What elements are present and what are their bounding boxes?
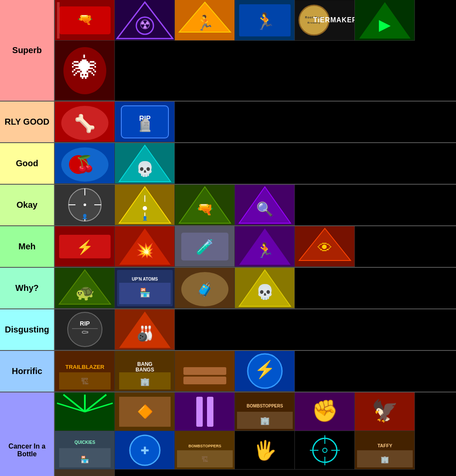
tier-item[interactable]: 🔍 xyxy=(235,185,295,225)
tier-row-good: Good 🍒 💀 xyxy=(0,143,456,185)
tier-label-horrific: Horrific xyxy=(0,351,55,392)
svg-text:💀: 💀 xyxy=(136,160,154,178)
svg-text:🏗: 🏗 xyxy=(201,456,208,463)
tier-item[interactable]: 🔶 xyxy=(115,392,175,431)
tier-item[interactable] xyxy=(55,392,115,431)
svg-text:✚: ✚ xyxy=(141,445,149,456)
svg-text:👤: 👤 xyxy=(142,216,148,221)
tier-items-why: 🐢 UP'N ATOMS 🏪 🧳 xyxy=(55,268,456,308)
svg-text:🏃: 🏃 xyxy=(255,12,276,31)
tier-item[interactable]: 🏃 xyxy=(175,0,235,41)
svg-text:☢: ☢ xyxy=(139,18,151,32)
tier-item[interactable]: 🏃 xyxy=(235,0,295,41)
svg-text:BOMBSTOPPERS: BOMBSTOPPERS xyxy=(189,444,221,448)
svg-text:🧪: 🧪 xyxy=(196,238,214,256)
tier-item[interactable]: ☢ xyxy=(115,0,175,41)
tier-item[interactable] xyxy=(175,392,235,431)
tier-items-horrific: TRAILBLAZER 🏗 BANG BANGS 🏢 xyxy=(55,351,456,392)
tier-item[interactable]: 💀 xyxy=(115,143,175,184)
svg-text:🦅: 🦅 xyxy=(372,398,399,424)
tier-item[interactable] xyxy=(295,431,355,470)
tier-item[interactable]: 🏗 xyxy=(55,470,115,476)
tier-item[interactable]: ⚡ xyxy=(235,351,295,392)
svg-text:🏪: 🏪 xyxy=(81,455,89,464)
svg-point-41 xyxy=(84,204,86,206)
tier-item[interactable]: BOMBSTOPPERS 🏗 xyxy=(175,431,235,470)
tier-item[interactable]: 🔫 xyxy=(55,0,115,41)
tier-item[interactable]: QUICKIES 🏪 xyxy=(55,431,115,470)
svg-text:🐢: 🐢 xyxy=(75,283,95,302)
tier-item[interactable]: 💀 xyxy=(235,268,295,308)
tier-row-disgusting: Disgusting RIP ⚰ 🎳 xyxy=(0,309,456,351)
tier-item[interactable]: 👤 xyxy=(55,185,115,225)
tier-row-meh: Meh ⚡ 💥 🧪 xyxy=(0,226,456,268)
tier-item[interactable]: 🍒 xyxy=(55,143,115,184)
tier-items-rlygood: 🦴 RIP 🪦 xyxy=(55,102,456,142)
svg-text:✊: ✊ xyxy=(312,398,339,424)
svg-rect-121 xyxy=(196,397,203,427)
svg-text:UP'N ATOMS: UP'N ATOMS xyxy=(132,277,158,281)
svg-text:TiERMAKER: TiERMAKER xyxy=(313,16,354,23)
svg-text:🏢: 🏢 xyxy=(381,455,389,464)
svg-text:💀: 💀 xyxy=(256,283,274,301)
tier-item[interactable]: ▶ xyxy=(355,0,415,41)
tier-row-rlygood: RLY GOOD 🦴 RIP 🪦 xyxy=(0,102,456,143)
svg-text:🕷: 🕷 xyxy=(72,54,98,83)
tier-row-superb: Superb 🔫 ☢ xyxy=(0,0,456,102)
tier-item[interactable]: BOMBSTOPPERS 🏢 xyxy=(235,392,295,431)
tier-items-cancer: 🔶 BOMBSTOPPERS 🏢 xyxy=(55,392,456,476)
tier-item[interactable]: ✊ xyxy=(295,392,355,431)
tier-item[interactable]: BANG BANGS 🏢 xyxy=(115,351,175,392)
svg-rect-120 xyxy=(175,392,235,431)
svg-text:🔍: 🔍 xyxy=(256,201,273,217)
tier-label-disgusting: Disgusting xyxy=(0,309,55,350)
tier-label-okay: Okay xyxy=(0,185,55,225)
svg-text:▶: ▶ xyxy=(379,16,391,33)
svg-text:🏗: 🏗 xyxy=(81,377,89,386)
tier-item[interactable]: 🦅 xyxy=(355,392,415,431)
tier-label-rlygood: RLY GOOD xyxy=(0,102,55,142)
svg-text:TRAILBLAZER: TRAILBLAZER xyxy=(66,364,105,370)
svg-text:⚡: ⚡ xyxy=(76,239,93,255)
svg-text:👤: 👤 xyxy=(82,213,88,219)
tier-item[interactable]: 👁 xyxy=(295,226,355,267)
tier-items-good: 🍒 💀 xyxy=(55,143,456,184)
tier-item[interactable]: UP'N ATOMS 🏪 xyxy=(115,268,175,308)
svg-text:🏪: 🏪 xyxy=(140,287,150,298)
tier-item[interactable]: RIP 🪦 xyxy=(115,102,175,142)
svg-text:🏢: 🏢 xyxy=(140,377,150,386)
svg-rect-107 xyxy=(183,377,226,384)
svg-text:🎳: 🎳 xyxy=(136,325,154,342)
tier-item-spider[interactable]: 🕷 xyxy=(55,41,115,101)
tier-item[interactable]: RIP ⚰ xyxy=(55,309,115,350)
tier-label-cancer: Cancer In a Bottle xyxy=(0,392,55,476)
tier-item[interactable]: 🧳 xyxy=(175,268,235,308)
svg-text:🪦: 🪦 xyxy=(138,118,153,132)
svg-point-49 xyxy=(143,206,147,210)
tier-item[interactable]: 💥 xyxy=(115,226,175,267)
svg-text:QUICKIES: QUICKIES xyxy=(75,440,96,445)
tier-label-superb: Superb xyxy=(0,0,55,101)
tier-item[interactable]: 👤 xyxy=(115,185,175,225)
tier-row-okay: Okay 👤 xyxy=(0,185,456,226)
tier-item[interactable]: TRAILBLAZER 🏗 xyxy=(55,351,115,392)
svg-text:🦴: 🦴 xyxy=(74,113,96,134)
tier-item[interactable]: TAFFY 🏢 xyxy=(355,431,415,470)
tier-item[interactable]: 🏃 xyxy=(235,226,295,267)
svg-text:RIP: RIP xyxy=(80,320,90,327)
tier-item[interactable]: 🐢 xyxy=(55,268,115,308)
tier-item[interactable]: 🧪 xyxy=(175,226,235,267)
svg-text:🏃: 🏃 xyxy=(256,242,274,259)
svg-rect-122 xyxy=(207,397,213,427)
tier-row-cancer: Cancer In a Bottle 🔶 xyxy=(0,392,456,476)
tier-item[interactable]: 🖐 xyxy=(235,431,295,470)
tier-label-why: Why? xyxy=(0,268,55,308)
tier-item[interactable]: 🎳 xyxy=(115,309,175,350)
tier-item[interactable]: 🦴 xyxy=(55,102,115,142)
tier-items-okay: 👤 👤 🔫 xyxy=(55,185,456,225)
tier-item[interactable] xyxy=(175,351,235,392)
svg-rect-155 xyxy=(55,470,115,476)
tier-item[interactable]: 🔫 xyxy=(175,185,235,225)
tier-item[interactable]: ⚡ xyxy=(55,226,115,267)
tier-item[interactable]: ✚ xyxy=(115,431,175,470)
